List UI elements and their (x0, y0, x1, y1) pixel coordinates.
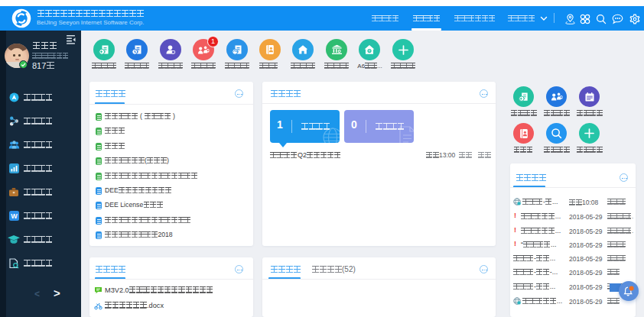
svg-text:W: W (11, 212, 18, 220)
